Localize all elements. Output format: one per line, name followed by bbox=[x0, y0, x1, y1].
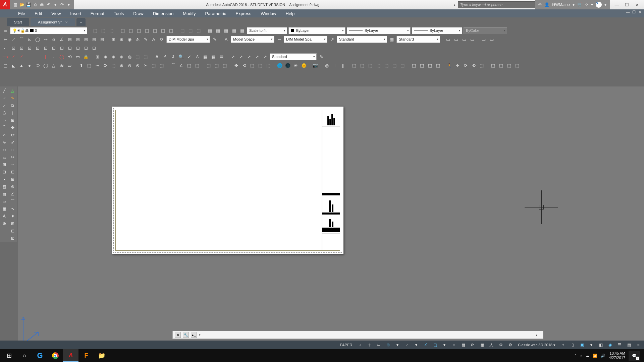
vp-thaw-icon[interactable]: ▦ bbox=[215, 27, 221, 34]
stretch-icon[interactable]: ↔ bbox=[9, 146, 16, 153]
order-front-icon[interactable]: ▭ bbox=[445, 36, 451, 43]
xline2-icon[interactable]: ∕ bbox=[18, 53, 25, 60]
help-search-input[interactable]: Type a keyword or phrase bbox=[458, 1, 535, 8]
menu-modify[interactable]: Modify bbox=[178, 9, 200, 17]
view-named-icon[interactable]: ⬚ bbox=[351, 62, 358, 69]
tablestyle-dropdown[interactable]: Standard▾ bbox=[396, 36, 440, 43]
layer-freeze-icon[interactable]: ⬚ bbox=[136, 27, 142, 34]
ucs-world-icon[interactable]: ⊡ bbox=[10, 45, 17, 51]
sweep-icon[interactable]: ⤳ bbox=[94, 62, 101, 69]
fillet-icon[interactable]: ⌒ bbox=[9, 198, 16, 204]
layer-walk-icon[interactable]: ⬚ bbox=[179, 27, 186, 34]
menu-tools[interactable]: Tools bbox=[109, 9, 128, 17]
view-right-icon[interactable]: ⊕ bbox=[118, 53, 125, 60]
mleader-icon[interactable]: ↗ bbox=[229, 53, 236, 60]
layer-match-icon[interactable]: ⬚ bbox=[92, 27, 99, 34]
menu-format[interactable]: Format bbox=[86, 9, 109, 17]
mleaderstyle-icon[interactable]: ↗ bbox=[329, 36, 335, 43]
ucs-x-icon[interactable]: ⊡ bbox=[74, 45, 81, 51]
arc-icon2[interactable]: ⌒ bbox=[1, 124, 8, 131]
layer-off-icon[interactable]: ⬚ bbox=[144, 27, 150, 34]
light-icon[interactable]: ☀ bbox=[292, 62, 299, 69]
view-2vp-icon[interactable]: ⬚ bbox=[375, 62, 382, 69]
osnap-dd-icon[interactable]: ▾ bbox=[441, 342, 448, 348]
section-plane-icon[interactable]: ⬚ bbox=[205, 62, 212, 69]
hw-dd-icon[interactable]: ▾ bbox=[588, 342, 595, 348]
loft-icon[interactable]: ⬚ bbox=[110, 62, 117, 69]
dim-angular-icon[interactable]: ∠ bbox=[58, 36, 65, 43]
modelspace-dropdown[interactable]: Model Space▾ bbox=[231, 36, 274, 43]
break-point-icon[interactable]: ⊟ bbox=[9, 169, 16, 175]
group-icon[interactable]: ⊞ bbox=[9, 220, 16, 227]
annovisib-icon[interactable]: ⚙ bbox=[497, 342, 504, 348]
jogged-linear-icon[interactable]: ⩚ bbox=[134, 36, 141, 43]
hidden-icon[interactable]: ⬚ bbox=[419, 62, 425, 69]
isolate-icon[interactable]: ◧ bbox=[597, 342, 604, 348]
customize-icon[interactable]: ☰ bbox=[616, 342, 623, 348]
presspull-icon[interactable]: ⬚ bbox=[86, 62, 93, 69]
polygon-icon[interactable]: ⬠ bbox=[1, 110, 8, 116]
ucs-prev-icon[interactable]: ⊡ bbox=[18, 45, 25, 51]
app-store-dd-icon[interactable]: ▾ bbox=[591, 2, 593, 7]
intersect-icon[interactable]: ⊗ bbox=[134, 62, 141, 69]
file-tab-close-icon[interactable]: ✕ bbox=[65, 20, 68, 24]
ucs-origin-icon[interactable]: ⊡ bbox=[50, 45, 57, 51]
insert-block-icon[interactable]: ⊞ bbox=[1, 161, 8, 168]
separate-icon[interactable]: ⬚ bbox=[194, 62, 201, 69]
center-mark-icon[interactable]: ⊕ bbox=[118, 36, 125, 43]
otrack-icon[interactable]: ∠ bbox=[422, 342, 429, 348]
file-tab-active[interactable]: Assignment 9* ✕ bbox=[31, 18, 75, 26]
3drotate-icon[interactable]: ⟲ bbox=[241, 62, 248, 69]
clean-screen-icon[interactable]: ◉ bbox=[606, 342, 614, 348]
helix-icon[interactable]: ≋ bbox=[58, 62, 65, 69]
dim-edit-icon[interactable]: ✎ bbox=[142, 36, 149, 43]
thicken-icon[interactable]: ⬚ bbox=[150, 62, 157, 69]
menu-parametric[interactable]: Parametric bbox=[200, 9, 231, 17]
copy-icon[interactable]: ✎ bbox=[9, 95, 16, 101]
wedge-icon[interactable]: ◣ bbox=[10, 62, 17, 69]
dim-quick-icon[interactable]: ⊟ bbox=[66, 36, 73, 43]
volume-icon[interactable]: 🔊 bbox=[601, 354, 605, 358]
user-dd-icon[interactable]: ▾ bbox=[573, 2, 575, 7]
dim-arc-icon[interactable]: ⌒ bbox=[18, 36, 25, 43]
close-button[interactable]: ✕ bbox=[633, 2, 641, 7]
cmd-dd-icon[interactable]: ▾ bbox=[199, 333, 201, 337]
lock3-icon[interactable]: 🔒 bbox=[83, 53, 89, 60]
file-tab-start[interactable]: Start bbox=[7, 18, 29, 26]
box-icon[interactable]: ▢ bbox=[2, 62, 9, 69]
maximize-button[interactable]: ☐ bbox=[623, 2, 631, 7]
3dmove-icon[interactable]: ✥ bbox=[233, 62, 239, 69]
grid-icon[interactable]: ⊹ bbox=[366, 342, 373, 348]
erase-icon[interactable]: △ bbox=[9, 87, 16, 94]
txtstyle2-icon[interactable]: Ａ bbox=[194, 53, 201, 60]
mleader-style-icon[interactable]: ✎ bbox=[318, 53, 325, 60]
make-block-icon[interactable]: ⊡ bbox=[1, 169, 8, 175]
scale-dropdown[interactable]: Scale to fit▾ bbox=[247, 27, 287, 34]
menu-file[interactable]: File bbox=[13, 9, 30, 17]
view-3d-icon[interactable]: ⬚ bbox=[134, 53, 141, 60]
menu-insert[interactable]: Insert bbox=[65, 9, 86, 17]
render-icon[interactable]: 🌐 bbox=[276, 62, 283, 69]
mdi-minimize[interactable]: ― bbox=[625, 10, 631, 14]
onedrive-icon[interactable]: ☁ bbox=[586, 354, 589, 358]
layer-prev-icon[interactable]: ⬚ bbox=[100, 27, 107, 34]
array-icon[interactable]: ⊞ bbox=[9, 117, 16, 123]
constraint-para-icon[interactable]: ∥ bbox=[339, 62, 346, 69]
shell-icon[interactable]: ⬚ bbox=[186, 62, 193, 69]
mleader-collect-icon[interactable]: ↗ bbox=[262, 53, 268, 60]
mirror-icon[interactable]: ⧉ bbox=[9, 102, 16, 109]
vp-reconcile-icon[interactable]: ▦ bbox=[231, 27, 237, 34]
adjust-icon[interactable]: ⬚ bbox=[478, 62, 485, 69]
dim-continue-icon[interactable]: ⊟ bbox=[83, 36, 89, 43]
task-fusion-icon[interactable]: F bbox=[78, 349, 94, 362]
ucs-3pt-icon[interactable]: ⊡ bbox=[66, 45, 73, 51]
blend-icon[interactable]: ∿ bbox=[9, 205, 16, 212]
mleader-align-icon[interactable]: ↗ bbox=[254, 53, 260, 60]
dtext-icon[interactable]: A bbox=[162, 53, 168, 60]
dimstyle2-dropdown[interactable]: DIM Model Spa▾ bbox=[284, 36, 327, 43]
cone-icon[interactable]: ▲ bbox=[18, 62, 25, 69]
planar-icon[interactable]: ▱ bbox=[66, 62, 73, 69]
chamfer-icon[interactable]: ∠ bbox=[9, 191, 16, 197]
mleader-remove-icon[interactable]: ↗ bbox=[246, 53, 252, 60]
dim-baseline-icon[interactable]: ⊟ bbox=[74, 36, 81, 43]
